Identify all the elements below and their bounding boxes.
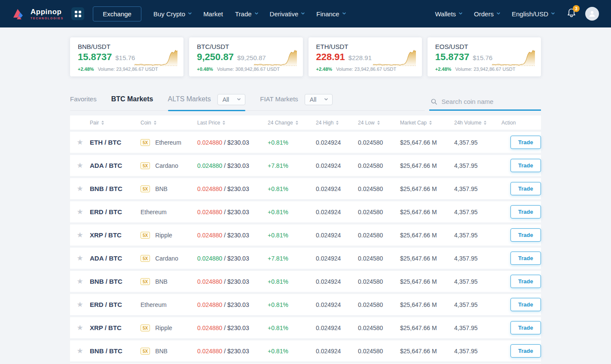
ticker-card[interactable]: EOS/USDT 15.8737 $15.76 bbox=[428, 37, 541, 76]
trade-button[interactable]: Trade bbox=[510, 182, 541, 195]
column-header[interactable]: Pair bbox=[90, 120, 141, 126]
nav-menu-item[interactable]: Trade bbox=[229, 6, 264, 22]
market-filter-select[interactable]: All bbox=[305, 94, 333, 105]
pair-cell[interactable]: ERD / BTC bbox=[90, 301, 141, 308]
nav-menu-item[interactable]: Wallets bbox=[429, 6, 468, 22]
sort-icon[interactable] bbox=[377, 121, 380, 125]
pair-cell[interactable]: BNB / BTC bbox=[90, 278, 141, 285]
ticker-card[interactable]: BNB/USDT 15.8737 $15.76 bbox=[70, 37, 183, 76]
favorite-star-icon[interactable]: ★ bbox=[76, 300, 83, 309]
pair-cell[interactable]: XRP / BTC bbox=[90, 324, 141, 331]
coin-cell: Ethereum bbox=[141, 209, 192, 215]
sort-icon[interactable] bbox=[101, 121, 104, 125]
trade-button[interactable]: Trade bbox=[510, 136, 541, 149]
column-header[interactable]: Market Cap bbox=[400, 120, 454, 126]
chevron-down-icon bbox=[551, 11, 555, 15]
leverage-badge: 5X bbox=[141, 348, 150, 355]
market-tab[interactable]: ALTS Markets All bbox=[168, 94, 246, 110]
favorite-star-icon[interactable]: ★ bbox=[76, 277, 83, 285]
apps-grid-icon[interactable] bbox=[71, 7, 84, 20]
action-cell: Trade bbox=[501, 344, 541, 358]
market-filter-select[interactable]: All bbox=[217, 94, 246, 105]
market-filter-value: All bbox=[223, 96, 229, 103]
favorite-star-icon[interactable]: ★ bbox=[76, 185, 83, 193]
favorite-star-icon[interactable]: ★ bbox=[76, 324, 83, 332]
volume-cell: 4,357.95 bbox=[454, 278, 501, 285]
trade-button[interactable]: Trade bbox=[510, 159, 541, 172]
favorite-cell: ★ bbox=[70, 138, 90, 147]
nav-menu-item[interactable]: Derivative bbox=[264, 6, 311, 22]
market-tab[interactable]: FIAT Markets All bbox=[260, 94, 333, 110]
ticker-card[interactable]: BTC/USDT 9,250.87 $9,250.87 bbox=[189, 37, 302, 76]
favorite-star-icon[interactable]: ★ bbox=[76, 347, 83, 355]
ticker-change: +2.48% bbox=[316, 67, 333, 72]
leverage-badge: 5X bbox=[141, 139, 150, 146]
market-tab-label: ALTS Markets bbox=[168, 95, 211, 103]
pair-cell[interactable]: XRP / BTC bbox=[90, 231, 141, 239]
last-price-cell: 0.024880 / $230.03 bbox=[192, 185, 268, 192]
favorite-star-icon[interactable]: ★ bbox=[76, 208, 83, 216]
search-input[interactable] bbox=[441, 98, 540, 105]
pair-cell[interactable]: ADA / BTC bbox=[90, 162, 141, 169]
coin-cell: 5X Ripple bbox=[141, 232, 192, 239]
favorite-star-icon[interactable]: ★ bbox=[76, 161, 83, 170]
nav-menu-item[interactable]: English/USD bbox=[506, 6, 560, 22]
trade-button[interactable]: Trade bbox=[510, 321, 541, 334]
trade-button[interactable]: Trade bbox=[510, 298, 541, 311]
exchange-button[interactable]: Exchange bbox=[93, 6, 141, 21]
trade-button[interactable]: Trade bbox=[510, 228, 541, 242]
ticker-card[interactable]: ETH/USDT 228.91 $228.91 bbox=[309, 37, 422, 76]
sort-icon[interactable] bbox=[484, 121, 486, 125]
change-cell: +7.81% bbox=[268, 255, 316, 262]
favorite-star-icon[interactable]: ★ bbox=[76, 138, 83, 146]
appinop-logo[interactable]: Appinop TECHNOLOGIES bbox=[12, 6, 64, 21]
action-cell: Trade bbox=[501, 228, 541, 242]
high-cell: 0.024924 bbox=[316, 301, 358, 308]
pair-cell[interactable]: BNB / BTC bbox=[90, 185, 141, 192]
notifications-button[interactable]: 3 bbox=[567, 8, 576, 19]
high-cell: 0.024924 bbox=[316, 278, 358, 285]
column-header[interactable]: Last Price bbox=[192, 120, 268, 126]
sort-icon[interactable] bbox=[429, 121, 432, 125]
favorite-star-icon[interactable]: ★ bbox=[76, 231, 83, 239]
sort-icon[interactable] bbox=[336, 121, 339, 125]
coin-search bbox=[429, 98, 541, 111]
low-cell: 0.024580 bbox=[358, 301, 400, 308]
pair-cell[interactable]: BNB / BTC bbox=[90, 347, 141, 355]
low-cell: 0.024580 bbox=[358, 278, 400, 285]
sort-icon[interactable] bbox=[154, 121, 156, 125]
sort-icon[interactable] bbox=[296, 121, 298, 125]
leverage-badge: 5X bbox=[141, 255, 150, 262]
nav-menu-item[interactable]: Orders bbox=[468, 6, 506, 22]
column-header[interactable]: Coin bbox=[141, 120, 192, 126]
trade-button[interactable]: Trade bbox=[510, 275, 541, 288]
nav-menu-item[interactable]: Finance bbox=[310, 6, 351, 22]
column-header[interactable]: 24 Change bbox=[268, 120, 316, 126]
column-header[interactable]: 24h Volume bbox=[454, 120, 501, 126]
pair-cell[interactable]: ETH / BTC bbox=[90, 139, 141, 146]
trade-button[interactable]: Trade bbox=[510, 344, 541, 358]
favorite-cell: ★ bbox=[70, 184, 90, 193]
sort-icon[interactable] bbox=[223, 121, 225, 125]
market-tab[interactable]: Favorites bbox=[70, 95, 97, 109]
pair-cell[interactable]: ADA / BTC bbox=[90, 255, 141, 262]
low-cell: 0.024580 bbox=[358, 348, 400, 355]
trade-button[interactable]: Trade bbox=[510, 252, 541, 265]
pair-cell[interactable]: ERD / BTC bbox=[90, 208, 141, 215]
market-tab[interactable]: BTC Markets bbox=[111, 95, 153, 109]
ticker-change: +0.48% bbox=[197, 67, 213, 72]
table-body: ★ ETH / BTC 5X Ethereum 0.024880 / $230.… bbox=[70, 132, 541, 361]
column-header[interactable]: 24 Low bbox=[358, 120, 400, 126]
nav-menu-item[interactable]: Buy Crypto bbox=[147, 6, 197, 22]
column-header[interactable]: 24 High bbox=[316, 120, 358, 126]
change-cell: +0.81% bbox=[268, 185, 316, 192]
profile-avatar[interactable] bbox=[585, 7, 599, 21]
chevron-down-icon bbox=[324, 97, 328, 100]
trade-button[interactable]: Trade bbox=[510, 205, 541, 218]
market-filter-value: All bbox=[310, 96, 317, 103]
ticker-price-usd: $15.76 bbox=[473, 54, 492, 61]
favorite-star-icon[interactable]: ★ bbox=[76, 254, 83, 262]
ticker-price: 15.8737 bbox=[435, 52, 470, 63]
column-header[interactable]: Action bbox=[501, 120, 541, 126]
nav-menu-item[interactable]: Market bbox=[197, 6, 229, 22]
